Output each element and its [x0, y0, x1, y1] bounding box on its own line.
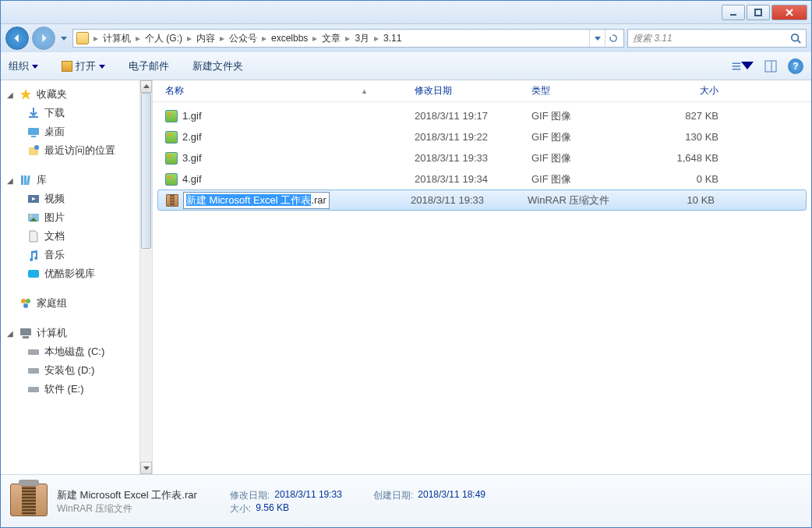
file-row[interactable]: 1.gif 2018/3/11 19:17 GIF 图像 827 KB: [153, 105, 811, 126]
sidebar-homegroup[interactable]: 家庭组: [1, 294, 139, 313]
file-name: 3.gif: [182, 152, 202, 164]
breadcrumb-dropdown[interactable]: [589, 30, 605, 47]
svg-rect-1: [755, 9, 761, 16]
scroll-thumb[interactable]: [141, 93, 151, 249]
sidebar-item-disk-d[interactable]: 安装包 (D:): [1, 361, 139, 380]
breadcrumb-item[interactable]: 文章: [319, 32, 344, 45]
back-button[interactable]: [5, 27, 29, 50]
svg-point-22: [21, 299, 26, 303]
sidebar-item-disk-e[interactable]: 软件 (E:): [1, 380, 139, 399]
chevron-right-icon[interactable]: ▸: [134, 33, 142, 44]
rename-input[interactable]: 新建 Microsoft Excel 工作表.rar: [183, 192, 330, 209]
scroll-up-button[interactable]: [140, 80, 152, 93]
help-button[interactable]: ?: [788, 58, 803, 74]
details-prop-value: 9.56 KB: [256, 502, 289, 516]
svg-rect-6: [733, 62, 741, 64]
sidebar-item-youku[interactable]: 优酷影视库: [1, 264, 139, 283]
chevron-right-icon[interactable]: ▸: [185, 33, 193, 44]
sidebar: ◢收藏夹 下载 桌面 最近访问的位置 ◢库 视频 图片 文档 音乐 优酷影视库 …: [1, 80, 153, 474]
chevron-right-icon[interactable]: ▸: [372, 33, 380, 44]
details-title: 新建 Microsoft Excel 工作表.rar: [57, 488, 197, 502]
sort-indicator-icon: ▲: [361, 87, 368, 95]
svg-rect-25: [20, 328, 31, 335]
collapse-icon: ◢: [7, 176, 15, 185]
scroll-down-button[interactable]: [140, 462, 152, 474]
search-input[interactable]: 搜索 3.11: [627, 29, 807, 48]
view-options-button[interactable]: [732, 57, 754, 76]
svg-point-14: [34, 145, 39, 150]
svg-rect-7: [733, 66, 741, 67]
file-date: 2018/3/11 19:33: [415, 152, 531, 164]
organize-menu[interactable]: 组织: [9, 59, 38, 73]
file-size: 0 KB: [648, 173, 742, 185]
file-size: 130 KB: [648, 131, 742, 143]
folder-icon: [76, 32, 89, 44]
file-name: 2.gif: [182, 131, 202, 143]
minimize-button[interactable]: [722, 5, 745, 20]
file-date: 2018/3/11 19:17: [415, 110, 531, 122]
svg-rect-17: [26, 175, 30, 185]
gif-icon: [165, 152, 178, 165]
breadcrumb[interactable]: ▸ 计算机 ▸ 个人 (G:) ▸ 内容 ▸ 公众号 ▸ excelbbs ▸ …: [72, 29, 624, 48]
breadcrumb-item[interactable]: excelbbs: [268, 33, 311, 44]
nav-history-dropdown[interactable]: [58, 29, 69, 48]
svg-rect-12: [31, 136, 36, 137]
sidebar-favorites[interactable]: ◢收藏夹: [1, 85, 139, 104]
breadcrumb-item[interactable]: 3月: [351, 32, 372, 45]
sidebar-item-recent[interactable]: 最近访问的位置: [1, 141, 139, 160]
chevron-right-icon[interactable]: ▸: [311, 33, 319, 44]
file-row[interactable]: 4.gif 2018/3/11 19:34 GIF 图像 0 KB: [153, 168, 811, 190]
breadcrumb-item[interactable]: 公众号: [226, 32, 260, 45]
preview-pane-button[interactable]: [760, 57, 782, 76]
breadcrumb-item[interactable]: 3.11: [380, 33, 404, 44]
breadcrumb-item[interactable]: 计算机: [100, 32, 134, 45]
svg-rect-8: [733, 69, 741, 70]
sidebar-item-disk-c[interactable]: 本地磁盘 (C:): [1, 342, 139, 361]
file-name: 4.gif: [182, 173, 202, 185]
column-size[interactable]: 大小: [648, 84, 742, 97]
sidebar-item-videos[interactable]: 视频: [1, 190, 139, 208]
details-prop-label: 创建日期:: [373, 489, 413, 502]
breadcrumb-item[interactable]: 内容: [193, 32, 218, 45]
file-date: 2018/3/11 19:22: [415, 131, 531, 143]
chevron-right-icon[interactable]: ▸: [92, 33, 100, 44]
sidebar-item-pictures[interactable]: 图片: [1, 208, 139, 227]
details-prop-value: 2018/3/11 18:49: [418, 489, 485, 502]
email-button[interactable]: 电子邮件: [129, 59, 169, 73]
refresh-button[interactable]: [605, 30, 620, 47]
svg-rect-27: [28, 349, 39, 355]
column-name[interactable]: 名称▲: [165, 84, 415, 97]
column-date[interactable]: 修改日期: [415, 84, 531, 97]
file-row[interactable]: 3.gif 2018/3/11 19:33 GIF 图像 1,648 KB: [153, 147, 811, 168]
sidebar-item-music[interactable]: 音乐: [1, 246, 139, 264]
newfolder-button[interactable]: 新建文件夹: [192, 59, 243, 73]
column-type[interactable]: 类型: [531, 84, 648, 97]
file-row[interactable]: 新建 Microsoft Excel 工作表.rar 2018/3/11 19:…: [157, 190, 807, 211]
main-area: ◢收藏夹 下载 桌面 最近访问的位置 ◢库 视频 图片 文档 音乐 优酷影视库 …: [1, 80, 811, 474]
maximize-button[interactable]: [747, 5, 770, 20]
search-placeholder: 搜索 3.11: [633, 32, 790, 45]
titlebar: [1, 1, 811, 24]
sidebar-item-downloads[interactable]: 下载: [1, 104, 139, 122]
chevron-right-icon[interactable]: ▸: [218, 33, 226, 44]
file-size: 827 KB: [648, 110, 742, 122]
forward-button[interactable]: [32, 27, 55, 50]
chevron-right-icon[interactable]: ▸: [260, 33, 268, 44]
sidebar-computer[interactable]: ◢计算机: [1, 324, 139, 342]
sidebar-libraries[interactable]: ◢库: [1, 171, 139, 190]
gif-icon: [165, 131, 178, 144]
sidebar-scrollbar[interactable]: [139, 80, 152, 474]
open-button[interactable]: 打开: [62, 59, 105, 73]
svg-point-4: [792, 34, 799, 41]
file-type: GIF 图像: [531, 130, 648, 144]
file-row[interactable]: 2.gif 2018/3/11 19:22 GIF 图像 130 KB: [153, 126, 811, 147]
sidebar-item-documents[interactable]: 文档: [1, 227, 139, 246]
breadcrumb-item[interactable]: 个人 (G:): [142, 32, 185, 45]
file-date: 2018/3/11 19:34: [415, 173, 531, 185]
chevron-right-icon[interactable]: ▸: [344, 33, 351, 44]
search-icon: [790, 33, 801, 44]
close-button[interactable]: [771, 5, 807, 20]
collapse-icon: ◢: [7, 90, 15, 99]
file-date: 2018/3/11 19:33: [411, 194, 528, 206]
sidebar-item-desktop[interactable]: 桌面: [1, 122, 139, 141]
